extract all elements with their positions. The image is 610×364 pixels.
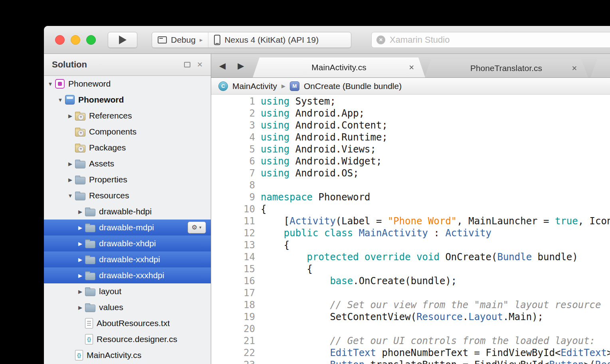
- tree-item-label: drawable-xhdpi: [99, 239, 156, 248]
- pad-controls: ✕: [184, 61, 203, 68]
- code-line: 2 using Android.App;: [211, 107, 610, 119]
- tree-item-label: Properties: [89, 175, 127, 184]
- code-line: 19 SetContentView(Resource.Layout.Main);: [211, 311, 610, 323]
- file-text-icon: [85, 318, 93, 328]
- build-configuration-label: Debug: [171, 35, 196, 45]
- line-number: 12: [211, 227, 261, 239]
- editor-pane: ◀ ▶ PhoneTranslator.cs ✕ MainActivity.cs…: [211, 54, 610, 364]
- breadcrumb-class[interactable]: MainActivity: [232, 81, 277, 91]
- code-line: 8: [211, 179, 610, 191]
- code-text: protected override void OnCreate(Bundle …: [261, 251, 578, 263]
- tree-row[interactable]: ▶ Properties: [44, 172, 211, 188]
- row-options-button[interactable]: ⚙ ▼: [188, 222, 206, 233]
- folder-icon: [85, 257, 95, 264]
- auto-hide-icon[interactable]: [184, 62, 190, 67]
- expander-icon[interactable]: ▶: [75, 241, 85, 247]
- build-configuration-selector[interactable]: Debug ▸: [152, 32, 208, 47]
- tree-row[interactable]: ▶ values: [44, 299, 211, 315]
- solution-icon: [55, 79, 65, 89]
- line-number: 5: [211, 143, 261, 155]
- tree-row[interactable]: AboutResources.txt: [44, 315, 211, 331]
- code-line: 10 {: [211, 203, 610, 215]
- line-number: 20: [211, 323, 261, 335]
- tree-item-label: layout: [99, 287, 121, 296]
- tree-item-label: Assets: [89, 159, 114, 168]
- tab-phonetranslator[interactable]: PhoneTranslator.cs ✕: [424, 59, 588, 77]
- traffic-lights: [44, 35, 96, 45]
- gear-icon: ⚙: [192, 224, 197, 231]
- tree-item-label: Resource.designer.cs: [97, 334, 177, 344]
- device-selector[interactable]: Nexus 4 (KitKat) (API 19): [208, 32, 324, 47]
- folder-icon: [75, 193, 85, 200]
- expander-icon[interactable]: ▼: [65, 193, 75, 199]
- method-icon: M: [290, 81, 299, 91]
- zoom-window-button[interactable]: [86, 35, 96, 45]
- breadcrumb-member[interactable]: OnCreate (Bundle bundle): [304, 81, 402, 91]
- tree-row[interactable]: ▶ drawable-hdpi: [44, 204, 211, 220]
- expander-icon[interactable]: ▶: [75, 257, 85, 263]
- tree-row[interactable]: ▼ Resources: [44, 188, 211, 204]
- navigate-forward-button[interactable]: ▶: [238, 61, 244, 71]
- tree-row[interactable]: Packages: [44, 140, 211, 156]
- tab-stub: [590, 59, 610, 77]
- tree-item-label: Phoneword: [78, 95, 124, 105]
- folder-icon: [85, 209, 95, 216]
- file-cs-icon: [85, 334, 93, 344]
- search-field[interactable]: ✕ Xamarin Studio: [371, 32, 610, 48]
- caret-down-icon: ▼: [198, 226, 202, 229]
- code-line: 9 namespace Phoneword: [211, 191, 610, 203]
- line-number: 22: [211, 347, 261, 359]
- code-editor[interactable]: 1 using System; 2 using Android.App; 3 u…: [211, 95, 610, 364]
- tree-row[interactable]: Components: [44, 124, 211, 140]
- tab-mainactivity[interactable]: MainActivity.cs ✕: [253, 57, 425, 77]
- main-split: Solution ✕ ▼ Phoneword ▼ Phoneword ▶ Ref…: [44, 54, 610, 364]
- nav-arrows: ◀ ▶: [211, 54, 244, 77]
- expander-icon[interactable]: ▶: [65, 177, 75, 183]
- tree-row[interactable]: ▼ Phoneword: [44, 76, 211, 92]
- line-number: 10: [211, 203, 261, 215]
- code-line: 21 // Get our UI controls from the loade…: [211, 335, 610, 347]
- folder-badge-icon: [75, 145, 85, 152]
- minimize-window-button[interactable]: [71, 35, 80, 45]
- run-button[interactable]: [108, 32, 137, 48]
- tree-row[interactable]: ▶ drawable-xxxhdpi: [44, 267, 211, 283]
- code-text: {: [261, 263, 313, 275]
- pad-close-icon[interactable]: ✕: [197, 61, 203, 68]
- project-icon: [65, 95, 75, 105]
- code-line: 17: [211, 287, 610, 299]
- expander-icon[interactable]: ▶: [65, 161, 75, 167]
- tree-row[interactable]: ▶ layout: [44, 283, 211, 299]
- folder-icon: [85, 305, 95, 312]
- expander-icon[interactable]: ▶: [75, 305, 85, 311]
- navigate-back-button[interactable]: ◀: [219, 61, 226, 71]
- expander-icon[interactable]: ▶: [65, 113, 75, 119]
- tree-row[interactable]: ▼ Phoneword: [44, 92, 211, 108]
- expander-icon[interactable]: ▶: [75, 225, 85, 231]
- expander-icon[interactable]: ▼: [55, 97, 65, 103]
- tree-row[interactable]: Resource.designer.cs: [44, 331, 211, 347]
- expander-icon[interactable]: ▶: [75, 289, 85, 295]
- code-text: {: [261, 203, 266, 215]
- breadcrumb-separator-icon: ▶: [281, 83, 285, 89]
- code-text: base.OnCreate(bundle);: [261, 275, 457, 287]
- tree-row[interactable]: ▶ drawable-mdpi ⚙ ▼: [44, 220, 211, 235]
- tree-row[interactable]: ▶ drawable-xhdpi: [44, 235, 211, 251]
- code-line: 7 using Android.OS;: [211, 167, 610, 179]
- folder-icon: [75, 161, 85, 168]
- folder-icon: [85, 289, 95, 296]
- tree-row[interactable]: MainActivity.cs: [44, 347, 211, 363]
- tree-row[interactable]: ▶ drawable-xxhdpi: [44, 251, 211, 267]
- line-number: 17: [211, 287, 261, 299]
- tab-close-icon[interactable]: ✕: [572, 65, 577, 72]
- solution-tree: ▼ Phoneword ▼ Phoneword ▶ References Com…: [44, 76, 211, 364]
- close-window-button[interactable]: [55, 35, 65, 45]
- expander-icon[interactable]: ▼: [46, 81, 55, 87]
- tree-row[interactable]: ▶ Assets: [44, 156, 211, 172]
- expander-icon[interactable]: ▶: [75, 273, 85, 279]
- tree-row[interactable]: ▶ References: [44, 108, 211, 124]
- folder-icon: [85, 241, 95, 248]
- tab-close-icon[interactable]: ✕: [409, 64, 414, 71]
- expander-icon[interactable]: ▶: [75, 209, 85, 215]
- build-config-capsule: Debug ▸ Nexus 4 (KitKat) (API 19): [152, 32, 351, 48]
- code-line: 5 using Android.Views;: [211, 143, 610, 155]
